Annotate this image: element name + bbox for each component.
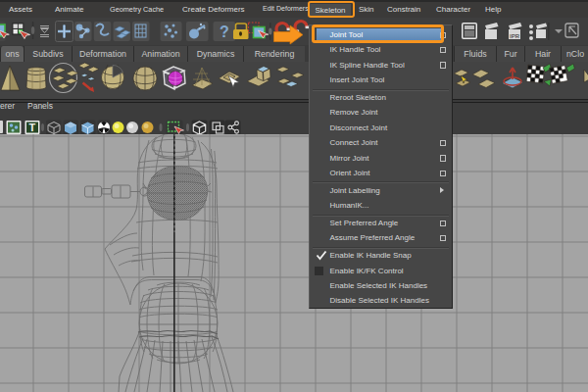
svg-text:IPR: IPR: [510, 33, 520, 39]
svg-text:?: ?: [220, 24, 229, 40]
svg-text:T: T: [29, 122, 36, 133]
